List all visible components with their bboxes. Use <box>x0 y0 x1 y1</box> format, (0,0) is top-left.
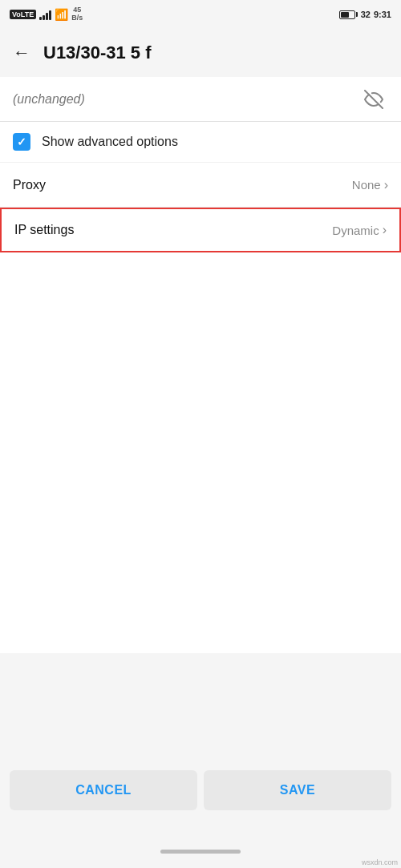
ip-settings-chevron-icon: › <box>383 223 387 237</box>
watermark: wsxdn.com <box>362 858 398 866</box>
proxy-row[interactable]: Proxy None › <box>0 163 401 208</box>
proxy-chevron-icon: › <box>384 178 388 192</box>
signal-bars <box>39 9 51 20</box>
wifi-icon: 📶 <box>55 8 68 21</box>
app-header: ← U13/30-31 5 f <box>0 29 401 77</box>
proxy-value: None <box>352 178 381 192</box>
ip-settings-value-container: Dynamic › <box>332 223 387 237</box>
status-bar-left: VoLTE 📶 45 B/s <box>10 6 83 22</box>
signal-bar-1 <box>39 17 42 20</box>
ip-settings-row[interactable]: IP settings Dynamic › <box>0 208 401 252</box>
cancel-button[interactable]: CANCEL <box>10 770 197 810</box>
toggle-password-visibility-button[interactable] <box>359 85 388 114</box>
main-content: ✓ Show advanced options Proxy None › IP … <box>0 77 401 653</box>
password-row <box>0 77 401 122</box>
advanced-options-checkbox[interactable]: ✓ <box>13 133 30 151</box>
eye-off-icon <box>364 90 383 109</box>
volte-badge: VoLTE <box>10 10 36 19</box>
back-button[interactable]: ← <box>13 42 30 63</box>
save-button[interactable]: SAVE <box>204 770 391 810</box>
checkmark-icon: ✓ <box>17 135 26 148</box>
bottom-buttons: CANCEL SAVE <box>0 761 401 820</box>
page-title: U13/30-31 5 f <box>43 42 152 63</box>
proxy-value-container: None › <box>352 178 388 192</box>
ip-settings-label: IP settings <box>14 223 74 237</box>
status-bar: VoLTE 📶 45 B/s 32 9:31 <box>0 0 401 29</box>
advanced-options-row[interactable]: ✓ Show advanced options <box>0 122 401 163</box>
signal-bar-4 <box>49 10 51 20</box>
ip-settings-value: Dynamic <box>332 224 379 237</box>
home-indicator <box>160 850 241 854</box>
signal-bar-3 <box>46 13 48 20</box>
battery-level: 32 <box>361 10 371 19</box>
empty-area <box>0 252 401 653</box>
time: 9:31 <box>374 10 391 19</box>
speed-text: 45 B/s <box>71 6 83 22</box>
status-bar-right: 32 9:31 <box>339 10 391 19</box>
battery-icon <box>339 10 358 19</box>
signal-bar-2 <box>43 15 45 20</box>
advanced-options-label: Show advanced options <box>42 135 178 149</box>
password-input[interactable] <box>13 92 359 107</box>
proxy-label: Proxy <box>13 178 46 192</box>
